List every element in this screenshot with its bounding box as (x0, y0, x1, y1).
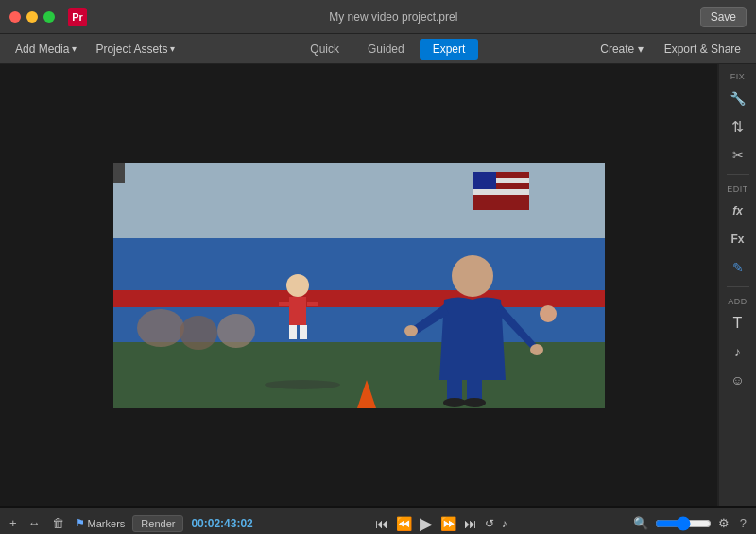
svg-rect-10 (113, 290, 605, 307)
fx-lower-icon: fx (732, 204, 743, 217)
add-label: ADD (728, 297, 747, 306)
svg-rect-6 (472, 189, 529, 195)
svg-rect-8 (472, 172, 496, 189)
music-note-icon: ♪ (734, 344, 741, 359)
svg-rect-32 (113, 163, 125, 183)
text-icon: T (733, 315, 743, 332)
svg-rect-21 (300, 325, 307, 339)
add-media-button[interactable]: Add Media ▾ (8, 39, 84, 60)
svg-rect-20 (289, 325, 297, 339)
tab-expert[interactable]: Expert (420, 39, 479, 60)
smiley-icon: ☺ (730, 372, 744, 388)
move-tool-button[interactable]: ↔ (25, 514, 44, 532)
export-share-button[interactable]: Export & Share (657, 39, 748, 60)
help-button[interactable]: ? (736, 514, 750, 532)
svg-point-13 (137, 309, 184, 347)
svg-rect-1 (113, 163, 605, 238)
add-track-button[interactable]: + (6, 514, 21, 532)
text-icon-btn[interactable]: T (723, 310, 753, 336)
fx-upper-icon-btn[interactable]: Fx (723, 226, 753, 252)
crop-icon: ✂ (732, 147, 744, 163)
marker-icon: ⚑ (76, 517, 85, 529)
delete-button[interactable]: 🗑 (48, 514, 68, 532)
step-back-button[interactable]: ⏪ (393, 514, 415, 533)
music-icon-btn[interactable]: ♪ (723, 338, 753, 365)
fix-label: FIX (730, 72, 746, 81)
panel-divider-2 (727, 286, 749, 287)
svg-point-24 (530, 344, 543, 355)
timecode-display: 00:02:43:02 (191, 517, 252, 530)
adjust-icon-btn[interactable]: ⇅ (723, 113, 753, 140)
sliders-icon: ⇅ (731, 118, 744, 136)
panel-divider-1 (727, 174, 749, 175)
right-panel: FIX 🔧 ⇅ ✂ EDIT fx Fx ✎ ADD T ♪ ☺ (718, 64, 756, 506)
playback-controls: ⏮ ⏪ ▶ ⏩ ⏭ ↺ ♪ (372, 511, 510, 535)
render-button[interactable]: Render (132, 515, 183, 532)
svg-point-27 (443, 398, 466, 407)
mode-tabs: Quick Guided Expert (297, 39, 478, 60)
traffic-lights (9, 11, 55, 23)
wrench-icon-btn[interactable]: 🔧 (723, 85, 753, 112)
video-frame (113, 163, 605, 408)
project-assets-button[interactable]: Project Assets ▾ (88, 39, 182, 60)
skip-to-start-button[interactable]: ⏮ (372, 514, 391, 533)
crop-icon-btn[interactable]: ✂ (723, 142, 753, 168)
loop-button[interactable]: ↺ (482, 515, 497, 532)
fx-upper-icon: Fx (730, 233, 744, 246)
titlebar: Pr My new video project.prel Save (0, 0, 756, 34)
svg-rect-18 (279, 302, 290, 306)
timeline-toolbar: + ↔ 🗑 ⚑ Markers Render 00:02:43:02 ⏮ ⏪ ▶… (0, 508, 756, 534)
svg-point-28 (463, 398, 486, 407)
settings-button[interactable]: ⚙ (714, 514, 733, 532)
emoji-icon-btn[interactable]: ☺ (723, 367, 753, 393)
tab-quick[interactable]: Quick (297, 39, 352, 60)
create-button[interactable]: Create ▾ (593, 39, 650, 60)
skip-to-end-button[interactable]: ⏭ (461, 514, 480, 533)
svg-point-15 (217, 314, 255, 348)
zoom-slider[interactable] (655, 516, 712, 531)
edit-label: EDIT (727, 184, 748, 194)
svg-point-31 (540, 305, 557, 322)
svg-point-22 (452, 255, 493, 297)
maximize-button[interactable] (43, 11, 55, 23)
svg-rect-17 (289, 297, 306, 325)
project-name: My new video project.prel (87, 10, 700, 24)
close-button[interactable] (9, 11, 21, 23)
svg-point-23 (404, 325, 418, 336)
minimize-button[interactable] (26, 11, 38, 23)
pencil-icon-btn[interactable]: ✎ (723, 254, 753, 281)
play-button[interactable]: ▶ (417, 511, 436, 535)
wrench-icon: 🔧 (730, 91, 746, 106)
app-logo: Pr (68, 8, 87, 26)
svg-rect-7 (472, 195, 529, 200)
main-content: FIX 🔧 ⇅ ✂ EDIT fx Fx ✎ ADD T ♪ ☺ (0, 64, 756, 506)
video-preview (113, 163, 605, 408)
pencil-icon: ✎ (732, 260, 744, 275)
svg-point-16 (286, 274, 309, 297)
toolbar: Add Media ▾ Project Assets ▾ Quick Guide… (0, 34, 756, 64)
markers-label: ⚑ Markers (76, 517, 126, 529)
step-forward-button[interactable]: ⏩ (438, 514, 459, 533)
fx-lower-icon-btn[interactable]: fx (723, 198, 753, 224)
zoom-out-button[interactable]: 🔍 (629, 514, 652, 532)
preview-area (0, 64, 718, 506)
svg-point-30 (265, 380, 340, 389)
timeline-right-icons: 🔍 ⚙ ? (629, 514, 750, 532)
audio-button[interactable]: ♪ (499, 515, 510, 532)
toolbar-right: Create ▾ Export & Share (593, 39, 748, 60)
svg-rect-19 (307, 302, 318, 306)
svg-point-14 (180, 316, 217, 350)
timeline-area: + ↔ 🗑 ⚑ Markers Render 00:02:43:02 ⏮ ⏪ ▶… (0, 506, 756, 534)
save-button[interactable]: Save (700, 7, 747, 27)
tab-guided[interactable]: Guided (354, 39, 418, 60)
